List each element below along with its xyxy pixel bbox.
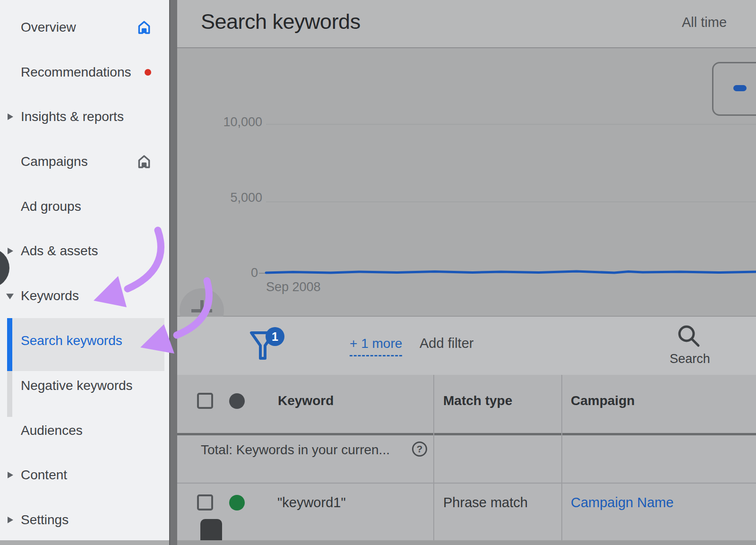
sidebar-main-divider [169, 0, 177, 545]
chevron-right-icon [8, 248, 13, 254]
search-button-label: Search [665, 352, 714, 366]
column-divider [433, 375, 434, 540]
column-header-match-type[interactable]: Match type [443, 393, 512, 408]
chevron-right-icon [8, 472, 13, 478]
column-header-campaign[interactable]: Campaign [571, 393, 635, 408]
sidebar-item-settings[interactable]: Settings [0, 505, 169, 535]
column-header-keyword[interactable]: Keyword [278, 393, 334, 408]
sidebar-item-campaigns[interactable]: Campaigns [0, 147, 169, 177]
add-filter-button[interactable]: Add filter [420, 336, 473, 351]
total-row-label: Total: Keywords in your curren... [201, 442, 390, 458]
page-title: Search keywords [201, 9, 361, 34]
home-icon [136, 19, 152, 35]
row-divider [177, 483, 756, 484]
scrollbar-thumb[interactable] [200, 519, 222, 540]
sidebar-bottom-edge [0, 540, 169, 545]
search-icon [677, 324, 702, 349]
chevron-right-icon [8, 113, 13, 120]
select-all-checkbox[interactable] [197, 393, 213, 409]
filter-count-badge: 1 [266, 327, 284, 346]
sidebar-item-audiences[interactable]: Audiences [0, 415, 169, 446]
table-header-underline [177, 433, 756, 435]
sidebar-item-label: Campaigns [21, 154, 88, 169]
date-range-selector[interactable]: All time [682, 15, 727, 30]
sidebar-item-label: Ad groups [21, 199, 81, 214]
sidebar-item-label: Audiences [21, 423, 83, 438]
sidebar-item-negative-keywords[interactable]: Negative keywords [0, 371, 169, 401]
google-ads-app: Overview Recommendations Insights & repo… [0, 0, 756, 545]
status-enabled-icon[interactable] [229, 495, 245, 510]
row-checkbox[interactable] [197, 494, 213, 510]
sidebar-item-content[interactable]: Content [0, 460, 169, 490]
sidebar-item-overview[interactable]: Overview [0, 12, 169, 43]
sidebar-item-ads-assets[interactable]: Ads & assets [0, 236, 169, 266]
sidebar-item-label: Settings [21, 512, 69, 528]
sidebar-item-label: Recommendations [21, 65, 131, 80]
sidebar-item-keywords[interactable]: Keywords [0, 281, 169, 311]
help-icon[interactable]: ? [412, 441, 427, 457]
sidebar-item-ad-groups[interactable]: Ad groups [0, 191, 169, 222]
chevron-down-icon [6, 294, 14, 299]
column-divider [561, 375, 562, 540]
sidebar-item-label: Overview [21, 20, 76, 35]
filters-more-link[interactable]: + 1 more [350, 336, 402, 356]
match-type-cell: Phrase match [443, 495, 528, 510]
sidebar-item-label: Ads & assets [21, 243, 98, 259]
chevron-right-icon [8, 517, 13, 523]
chart-line-series [177, 48, 756, 316]
status-column-icon [229, 393, 245, 409]
sidebar-item-label: Negative keywords [21, 378, 133, 393]
sidebar-nav: Overview Recommendations Insights & repo… [0, 0, 169, 545]
sidebar-item-label: Insights & reports [21, 109, 124, 124]
sidebar-item-search-keywords[interactable]: Search keywords [0, 326, 169, 356]
keyword-cell: "keyword1" [277, 495, 346, 510]
sidebar-item-insights-reports[interactable]: Insights & reports [0, 102, 169, 132]
sidebar-item-recommendations[interactable]: Recommendations [0, 57, 169, 87]
home-icon [136, 154, 152, 170]
sidebar-item-label: Content [21, 467, 67, 483]
notification-dot-icon [145, 69, 151, 76]
sidebar-item-label: Keywords [21, 288, 79, 303]
main-bottom-edge [177, 540, 756, 545]
campaign-link[interactable]: Campaign Name [571, 495, 674, 510]
sidebar-item-label: Search keywords [21, 333, 122, 348]
